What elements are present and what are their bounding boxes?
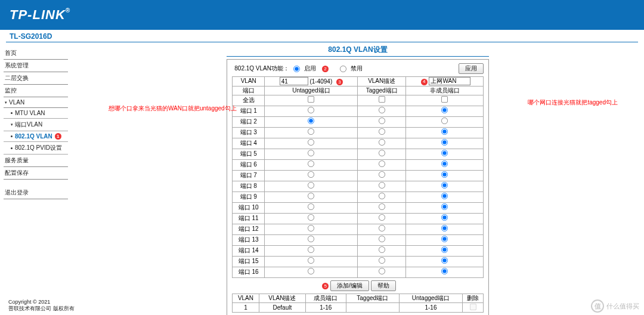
port-name: 端口 15	[233, 256, 265, 267]
all-untagged-checkbox[interactable]	[308, 95, 314, 102]
untagged-radio[interactable]	[308, 171, 314, 177]
tagged-radio[interactable]	[379, 171, 385, 177]
th-untagged: Untagged端口	[265, 86, 358, 95]
nonmember-radio[interactable]	[441, 235, 448, 242]
untagged-radio[interactable]	[308, 138, 314, 145]
nonmember-radio[interactable]	[441, 214, 448, 220]
nonmember-radio[interactable]	[441, 106, 448, 113]
nonmember-radio[interactable]	[441, 149, 448, 156]
tagged-radio[interactable]	[379, 267, 385, 274]
lh-del: 删除	[463, 294, 484, 302]
port-row: 端口 5	[233, 149, 484, 159]
port-row: 端口 9	[233, 192, 484, 202]
apply-button[interactable]: 应用	[459, 63, 484, 74]
tagged-radio[interactable]	[379, 224, 385, 231]
th-vlan: VLAN	[233, 77, 265, 87]
all-tagged-checkbox[interactable]	[379, 95, 385, 102]
vlan-desc-input[interactable]	[429, 77, 470, 85]
watermark-text: 什么值得买	[606, 302, 639, 311]
nonmember-radio[interactable]	[441, 181, 448, 188]
tagged-radio[interactable]	[379, 203, 385, 209]
untagged-radio[interactable]	[308, 160, 314, 166]
nonmember-radio[interactable]	[441, 117, 448, 123]
lr-tagged	[346, 302, 399, 312]
nonmember-radio[interactable]	[441, 267, 448, 274]
port-name: 端口 12	[233, 224, 265, 234]
tagged-radio[interactable]	[379, 235, 385, 242]
untagged-radio[interactable]	[308, 117, 314, 123]
lr-del	[463, 302, 484, 312]
tagged-radio[interactable]	[379, 149, 385, 156]
untagged-radio[interactable]	[308, 149, 314, 156]
vlan-range: (1-4094)	[309, 78, 332, 85]
untagged-radio[interactable]	[308, 203, 314, 209]
sidebar-item-9[interactable]: 服务质量	[4, 155, 68, 167]
settings-panel: 802.1Q VLAN功能： 启用 2 禁用 应用 VLAN (1-4094) …	[227, 59, 489, 315]
tagged-radio[interactable]	[379, 106, 385, 113]
tagged-radio[interactable]	[379, 128, 385, 134]
nonmember-radio[interactable]	[441, 160, 448, 166]
untagged-radio[interactable]	[308, 224, 314, 231]
lr-untagged: 1-16	[399, 302, 463, 312]
untagged-radio[interactable]	[308, 257, 314, 263]
sidebar-item-7[interactable]: 802.1Q VLAN1	[4, 131, 68, 142]
port-row: 端口 3	[233, 127, 484, 138]
sidebar-item-0[interactable]: 首页	[4, 47, 68, 60]
sidebar-item-5[interactable]: MTU VLAN	[4, 108, 68, 119]
port-name: 端口 13	[233, 234, 265, 245]
sidebar-item-2[interactable]: 二层交换	[4, 72, 68, 85]
row-delete-checkbox[interactable]	[470, 303, 476, 310]
nonmember-radio[interactable]	[441, 192, 448, 199]
tagged-radio[interactable]	[379, 192, 385, 199]
panel-title: 802.1Q VLAN设置	[227, 45, 489, 57]
nonmember-radio[interactable]	[441, 138, 448, 145]
watermark-icon: 值	[591, 299, 604, 313]
nonmember-radio[interactable]	[441, 246, 448, 252]
sidebar-item-10[interactable]: 配置保存	[4, 167, 68, 180]
enable-radio[interactable]	[293, 65, 300, 72]
sidebar-item-11[interactable]: 退出登录	[4, 187, 68, 199]
port-name: 端口 8	[233, 181, 265, 192]
sidebar-item-3[interactable]: 监控	[4, 85, 68, 97]
add-edit-button[interactable]: 添加/编辑	[330, 280, 369, 291]
untagged-radio[interactable]	[308, 235, 314, 242]
nonmember-radio[interactable]	[441, 224, 448, 231]
tagged-radio[interactable]	[379, 117, 385, 123]
port-row: 端口 10	[233, 202, 484, 213]
nonmember-radio[interactable]	[441, 257, 448, 263]
tagged-radio[interactable]	[379, 181, 385, 188]
annotation-left: 想哪个口拿来当光猫的WAN口就把untagged勾上	[109, 104, 237, 113]
all-nonmember-checkbox[interactable]	[441, 95, 448, 102]
port-name: 端口 10	[233, 202, 265, 213]
untagged-radio[interactable]	[308, 128, 314, 134]
help-button[interactable]: 帮助	[371, 280, 396, 291]
th-vlanid-cell: (1-4094) 3	[265, 77, 358, 87]
port-row: 端口 7	[233, 170, 484, 181]
untagged-radio[interactable]	[308, 181, 314, 188]
sidebar-item-8[interactable]: 802.1Q PVID设置	[4, 142, 68, 155]
sidebar-item-4[interactable]: ▾VLAN	[4, 97, 68, 108]
tagged-radio[interactable]	[379, 214, 385, 220]
sidebar-item-1[interactable]: 系统管理	[4, 60, 68, 72]
nonmember-radio[interactable]	[441, 128, 448, 134]
tagged-radio[interactable]	[379, 257, 385, 263]
port-name: 端口 6	[233, 159, 265, 170]
untagged-radio[interactable]	[308, 106, 314, 113]
nonmember-radio[interactable]	[441, 203, 448, 209]
sidebar-item-6[interactable]: ▾端口VLAN	[4, 119, 68, 131]
tagged-radio[interactable]	[379, 246, 385, 252]
nonmember-radio[interactable]	[441, 171, 448, 177]
disable-radio[interactable]	[340, 65, 346, 72]
vlan-id-input[interactable]	[280, 77, 308, 85]
untagged-radio[interactable]	[308, 267, 314, 274]
untagged-radio[interactable]	[308, 246, 314, 252]
sidebar: 首页系统管理二层交换监控▾VLANMTU VLAN▾端口VLAN802.1Q V…	[0, 42, 72, 315]
tagged-radio[interactable]	[379, 138, 385, 145]
port-name: 端口 5	[233, 149, 265, 159]
tagged-radio[interactable]	[379, 160, 385, 166]
untagged-radio[interactable]	[308, 192, 314, 199]
brand-logo: TP-LINK®	[10, 7, 70, 23]
lh-member: 成员端口	[305, 294, 346, 302]
untagged-radio[interactable]	[308, 214, 314, 220]
dot-icon	[11, 147, 13, 149]
